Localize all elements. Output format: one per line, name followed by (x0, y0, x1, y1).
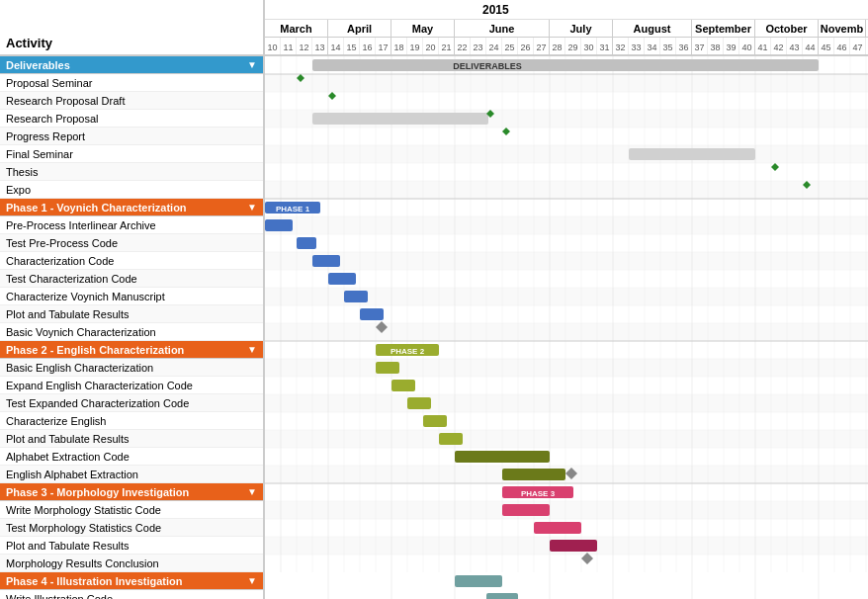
month-september: September (692, 20, 755, 37)
week-44: 44 (803, 38, 819, 54)
phase3-header[interactable]: Phase 3 - Morphology Investigation ▼ (0, 483, 263, 501)
phase1-collapse-icon: ▼ (247, 202, 257, 213)
task-row: Basic Voynich Characterization (0, 323, 263, 341)
phase3-bar-label: PHASE 3 (521, 489, 556, 498)
deliverables-bar-label: DELIVERABLES (453, 61, 522, 71)
week-45: 45 (819, 38, 834, 54)
task-row: Expand English Characterization Code (0, 377, 263, 394)
task-row: Test Pre-Process Code (0, 234, 263, 252)
week-25: 25 (502, 38, 518, 54)
p3t2-bar (534, 522, 581, 534)
activity-column: Deliverables ▼ Proposal Seminar Research… (0, 56, 265, 599)
week-31: 31 (597, 38, 613, 54)
week-26: 26 (518, 38, 534, 54)
p3t1-bar (502, 504, 550, 516)
week-34: 34 (645, 38, 660, 54)
activity-header: Activity (0, 0, 265, 54)
week-18: 18 (391, 38, 407, 54)
task-row: Expo (0, 181, 263, 199)
task-row: Write Morphology Statistic Code (0, 501, 263, 519)
final-seminar-bar (629, 148, 755, 160)
gantt-svg-ext: PHASE 5 (265, 572, 868, 599)
phase1-bar-label: PHASE 1 (276, 205, 310, 214)
p3t3-bar (550, 540, 597, 552)
week-42: 42 (771, 38, 787, 54)
deliverables-label: Deliverables (6, 59, 70, 71)
month-october: October (755, 20, 819, 37)
month-may: May (391, 20, 455, 37)
task-row-research-proposal: Research Proposal (0, 110, 263, 128)
task-row: Characterize English (0, 412, 263, 430)
p1t5-bar (344, 291, 368, 302)
phase2-header[interactable]: Phase 2 - English Characterization ▼ (0, 341, 263, 359)
phase4-label: Phase 4 - Illustration Investigation (6, 575, 182, 587)
p2t2-bar (391, 380, 415, 391)
task-row: Test Expanded Characterization Code (0, 394, 263, 412)
week-39: 39 (724, 38, 739, 54)
p2t1-bar (376, 362, 399, 374)
week-11: 11 (281, 38, 297, 54)
week-17: 17 (376, 38, 391, 54)
month-april: April (328, 20, 391, 37)
week-41: 41 (755, 38, 771, 54)
week-46: 46 (834, 38, 850, 54)
task-row: Plot and Tabulate Results (0, 537, 263, 555)
phase1-header[interactable]: Phase 1 - Voynich Characterization ▼ (0, 199, 263, 216)
svg-rect-3 (265, 56, 868, 599)
week-43: 43 (787, 38, 803, 54)
week-20: 20 (423, 38, 439, 54)
p2t6-bar (455, 451, 550, 463)
p1t6-bar (360, 308, 384, 320)
month-june: June (455, 20, 550, 37)
month-july: July (550, 20, 613, 37)
task-row: Progress Report (0, 128, 263, 145)
phase4-header[interactable]: Phase 4 - Illustration Investigation ▼ (0, 572, 263, 590)
month-row: March April May June July August Septemb… (265, 20, 868, 38)
week-24: 24 (486, 38, 502, 54)
task-row: Pre-Process Interlinear Archive (0, 216, 263, 234)
task-row: English Alphabet Extraction (0, 466, 263, 483)
week-23: 23 (471, 38, 486, 54)
week-47: 47 (850, 38, 866, 54)
week-28: 28 (550, 38, 565, 54)
gantt-header: 2015 March April May June July August Se… (265, 0, 868, 54)
deliverables-header[interactable]: Deliverables ▼ (0, 56, 263, 74)
week-15: 15 (344, 38, 360, 54)
phase3-label: Phase 3 - Morphology Investigation (6, 486, 189, 498)
week-12: 12 (297, 38, 312, 54)
month-november: Novemb (819, 20, 866, 37)
week-14: 14 (328, 38, 344, 54)
p1t1-bar (265, 219, 293, 231)
task-row: Alphabet Extraction Code (0, 448, 263, 466)
week-29: 29 (565, 38, 581, 54)
p1t3-bar (312, 255, 340, 267)
body-container: Deliverables ▼ Proposal Seminar Research… (0, 56, 868, 599)
week-27: 27 (534, 38, 550, 54)
task-row: Characterize Voynich Manuscript (0, 288, 263, 305)
week-10: 10 (265, 38, 281, 54)
week-21: 21 (439, 38, 455, 54)
p2t7-bar (502, 469, 565, 480)
task-row: Write Illustration Code (0, 590, 263, 599)
p2t5-bar (439, 433, 463, 445)
week-33: 33 (629, 38, 645, 54)
phase1-label: Phase 1 - Voynich Characterization (6, 202, 187, 214)
task-row: Characterization Code (0, 252, 263, 270)
task-row: Proposal Seminar (0, 74, 263, 92)
phase2-collapse-icon: ▼ (247, 344, 257, 355)
task-row: Thesis (0, 163, 263, 181)
task-row: Test Characterization Code (0, 270, 263, 288)
week-35: 35 (660, 38, 676, 54)
phase3-collapse-icon: ▼ (247, 486, 257, 497)
phase4-collapse-icon: ▼ (247, 575, 257, 586)
task-row: Plot and Tabulate Results (0, 430, 263, 448)
gantt-phase4-5: PHASE 5 (265, 572, 868, 599)
task-row: Plot and Tabulate Results (0, 305, 263, 323)
p1t4-bar (328, 273, 356, 285)
week-16: 16 (360, 38, 376, 54)
week-40: 40 (739, 38, 755, 54)
phase2-bar-label: PHASE 2 (391, 347, 425, 356)
month-march: March (265, 20, 328, 37)
p2t3-bar (407, 397, 431, 409)
svg-rect-71 (265, 572, 868, 599)
